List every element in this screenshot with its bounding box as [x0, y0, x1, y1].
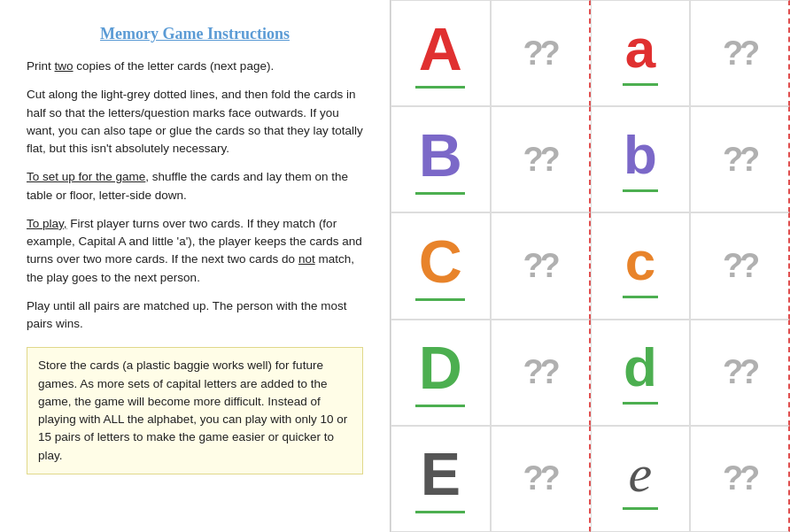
- instruction-p4: To play, First player turns over two car…: [27, 215, 363, 287]
- card-cell-qmark-2b: ??: [690, 106, 790, 212]
- card-cell-d-lower: d: [591, 320, 691, 426]
- card-cell-c-lower: c: [591, 212, 691, 319]
- letter-C: C: [419, 231, 462, 297]
- letter-c-lower: c: [625, 234, 655, 294]
- card-grid: A ?? a ?? B ?? b ?? C: [390, 0, 790, 532]
- card-cell-B: B: [391, 106, 491, 212]
- card-cell-D: D: [391, 320, 491, 426]
- letter-a-wrapper: a: [623, 21, 658, 86]
- baseline-D: [415, 405, 465, 407]
- letter-A-wrapper: A: [415, 19, 465, 89]
- question-mark-5a: ??: [523, 459, 556, 497]
- letter-B: B: [419, 125, 462, 190]
- instruction-p3: To set up for the game, shuffle the card…: [27, 168, 363, 204]
- question-mark-1a: ??: [523, 35, 556, 73]
- card-cell-qmark-5a: ??: [491, 426, 591, 532]
- letter-D-wrapper: D: [415, 337, 465, 407]
- highlight-box: Store the cards (a plastic baggie works …: [27, 347, 363, 474]
- question-mark-4a: ??: [523, 353, 556, 391]
- letter-E: E: [421, 443, 461, 509]
- page-title: Memory Game Instructions: [27, 25, 363, 43]
- baseline-d: [623, 402, 658, 405]
- letter-A: A: [419, 19, 462, 84]
- instruction-p2: Cut along the light-grey dotted lines, a…: [27, 86, 363, 158]
- question-mark-3a: ??: [523, 247, 556, 285]
- question-mark-4b: ??: [723, 353, 756, 391]
- letter-d-wrapper: d: [623, 340, 658, 405]
- card-cell-a-lower: a: [591, 0, 691, 106]
- letter-e-wrapper: e: [623, 447, 658, 510]
- card-cell-C: C: [391, 212, 491, 319]
- card-cell-qmark-2a: ??: [491, 106, 591, 212]
- letter-d-lower: d: [623, 340, 657, 400]
- card-cell-b-lower: b: [591, 106, 691, 212]
- letter-E-wrapper: E: [415, 443, 465, 513]
- baseline-b: [623, 189, 658, 192]
- card-cell-qmark-3a: ??: [491, 212, 591, 319]
- card-cell-e-lower: e: [591, 426, 691, 532]
- question-mark-2b: ??: [723, 141, 756, 179]
- instruction-p1: Print two copies of the letter cards (ne…: [27, 58, 363, 75]
- letter-C-wrapper: C: [415, 231, 465, 301]
- baseline-C: [415, 298, 465, 301]
- card-cell-qmark-1a: ??: [491, 0, 591, 106]
- baseline-E: [415, 511, 465, 513]
- letter-e-lower: e: [629, 447, 653, 505]
- letter-B-wrapper: B: [415, 125, 465, 195]
- card-cell-qmark-5b: ??: [690, 426, 790, 532]
- instruction-p5: Play until all pairs are matched up. The…: [27, 297, 363, 334]
- letter-D: D: [419, 337, 462, 403]
- baseline-c: [623, 296, 658, 298]
- baseline-A: [415, 86, 465, 89]
- baseline-B: [415, 192, 465, 195]
- left-panel: Memory Game Instructions Print two copie…: [0, 0, 390, 532]
- letter-b-lower: b: [623, 127, 657, 188]
- question-mark-2a: ??: [523, 141, 556, 179]
- card-cell-E: E: [391, 426, 491, 532]
- letter-c-wrapper: c: [623, 234, 658, 298]
- card-cell-qmark-4b: ??: [690, 320, 790, 426]
- card-cell-qmark-1b: ??: [690, 0, 790, 106]
- question-mark-3b: ??: [723, 247, 756, 285]
- letter-b-wrapper: b: [623, 127, 658, 192]
- baseline-a: [623, 83, 658, 86]
- question-mark-5b: ??: [723, 459, 756, 497]
- card-cell-qmark-3b: ??: [690, 212, 790, 319]
- card-cell-qmark-4a: ??: [491, 320, 591, 426]
- letter-a-lower: a: [625, 21, 655, 81]
- baseline-e: [623, 507, 658, 510]
- card-cell-A: A: [391, 0, 491, 106]
- question-mark-1b: ??: [723, 35, 756, 73]
